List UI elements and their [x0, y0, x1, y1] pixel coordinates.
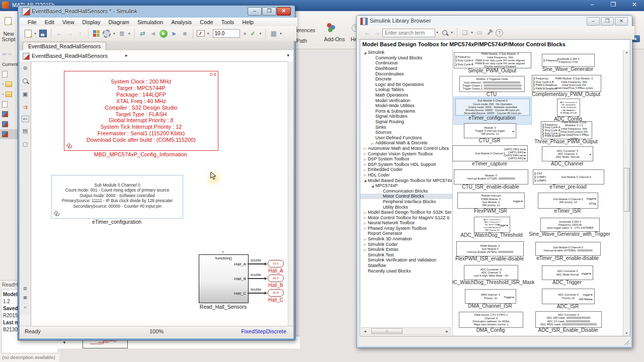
- model-window-titlebar[interactable]: EventBased_ReadHallSensors * - Simulink …: [18, 6, 295, 18]
- tree-item-computer-vision-system-toolbox[interactable]: ▷Computer Vision System Toolbox: [360, 151, 452, 156]
- maximize-icon[interactable]: ❐: [601, 17, 614, 26]
- tree-item-phased-array-system-toolbox[interactable]: ▷Phased Array System Toolbox: [360, 226, 452, 231]
- collapsed-arrow-icon[interactable]: ▷: [362, 226, 368, 230]
- menu-code[interactable]: Code: [196, 19, 217, 25]
- menu-view[interactable]: View: [58, 19, 78, 25]
- tree-item-model-based-design-toolbox-for-s32k-ser[interactable]: ▷Model Based Design Toolbox for S32K Ser: [360, 210, 452, 215]
- tree-item-utility-blocks[interactable]: Utility Blocks: [360, 204, 452, 210]
- collapsed-arrow-icon[interactable]: ▷: [362, 237, 368, 241]
- etimer-config-block[interactable]: Sub Module 0 Channel 0Count mode: 001 - …: [51, 175, 183, 219]
- menu-tools[interactable]: Tools: [217, 19, 238, 25]
- tree-item-sources[interactable]: Sources: [360, 130, 452, 135]
- scrollbar-thumb[interactable]: |||: [371, 328, 403, 334]
- menu-analysis[interactable]: Analysis: [167, 19, 196, 25]
- library-block-flexpwm_isr_enable_disable[interactable]: PWM Module: 0Sub Module 0Interrupt Enabl…: [456, 241, 524, 256]
- model-file-item[interactable]: [0, 119, 18, 129]
- collapsed-arrow-icon[interactable]: ▷: [362, 216, 368, 219]
- maximize-icon[interactable]: ❐: [607, 1, 620, 8]
- settings-icon[interactable]: [102, 29, 112, 38]
- dropdown-arrow-icon[interactable]: ▼: [259, 32, 262, 35]
- library-block-ctu_isr[interactable]: Module: 0Trigger 0 interrupt triggerISR …: [464, 123, 516, 138]
- help-icon[interactable]: ?: [495, 28, 504, 37]
- dropdown-arrow-icon[interactable]: ▼: [113, 32, 116, 35]
- library-block-adc_trigger[interactable]: ADC Converter 0ADC Mode Normaltrigger: [542, 265, 593, 280]
- tree-item-recently-used-blocks[interactable]: Recently Used Blocks: [360, 268, 452, 274]
- tree-item-math-operations[interactable]: Math Operations: [360, 93, 452, 98]
- tree-item-peripheral-interface-blocks[interactable]: Peripheral Interface Blocks: [360, 199, 452, 205]
- library-block-adc_config[interactable]: ADC Converter 0TR: 00000000STR: 00000000…: [557, 99, 580, 117]
- zoom-icon[interactable]: [20, 74, 31, 87]
- new-script-icon[interactable]: [3, 17, 13, 29]
- menu-file[interactable]: File: [24, 19, 41, 25]
- tree-item-discrete[interactable]: Discrete: [360, 76, 452, 82]
- step-back-icon[interactable]: ◀: [148, 29, 158, 38]
- tree-item-neural-network-toolbox[interactable]: ▷Neural Network Toolbox: [360, 220, 452, 226]
- library-block-ctu[interactable]: Module: 0 Triggered modeInput selection:…: [459, 76, 525, 92]
- save-icon[interactable]: [38, 29, 48, 38]
- collapsed-arrow-icon[interactable]: ▷: [362, 168, 368, 171]
- tree-item-report-generator[interactable]: Report Generator: [360, 231, 452, 236]
- new-script-label[interactable]: New Script: [1, 31, 16, 42]
- build-icon[interactable]: ▦: [269, 29, 278, 38]
- menu-diagram[interactable]: Diagram: [104, 19, 133, 25]
- scroll-left-icon[interactable]: ◀: [362, 329, 368, 333]
- folder-item[interactable]: +: [0, 89, 18, 99]
- library-browser-icon[interactable]: [92, 29, 101, 38]
- simulation-display-icon[interactable]: [196, 29, 206, 38]
- library-block-etimer_configuration[interactable]: Sub Module 0 Channel 0Count mode: 000 - …: [455, 99, 530, 116]
- config-info-block[interactable]: 0.6 System Clock : 200 MHzTarget : MPC57…: [64, 71, 218, 151]
- back-icon[interactable]: ←: [54, 29, 64, 38]
- tree-item-stateflow[interactable]: Stateflow: [360, 263, 452, 268]
- tree-item-model-wide-utilities[interactable]: Model-Wide Utilities: [360, 103, 452, 109]
- scrollbar-thumb[interactable]: [624, 168, 630, 212]
- collapsed-arrow-icon[interactable]: ▷: [362, 146, 368, 150]
- new-model-icon[interactable]: [23, 29, 33, 38]
- tree-item-dsp-system-toolbox[interactable]: ▷DSP System Toolbox: [360, 156, 452, 162]
- tree-item-hdl-coder[interactable]: ▷HDL Coder: [360, 172, 452, 178]
- add-ons-button[interactable]: Add-Ons: [324, 36, 345, 42]
- breadcrumb-dropdown-icon[interactable]: ▾: [287, 53, 289, 58]
- scroll-up-icon[interactable]: ▲: [623, 51, 630, 54]
- library-block-etimer_capture[interactable]: Sub Module 0 Channel 0CAPT1 FIFO lenCAPT…: [452, 145, 528, 161]
- forward-icon[interactable]: →: [373, 28, 382, 37]
- minimize-icon[interactable]: –: [586, 1, 599, 8]
- model-canvas[interactable]: 0.6 System Clock : 200 MHzTarget : MPC57…: [31, 61, 288, 326]
- add-ons-icon[interactable]: [326, 23, 336, 33]
- tree-item-simulink-verification-and-validation[interactable]: Simulink Verification and Validation: [360, 257, 452, 263]
- annotation-icon[interactable]: A≡: [22, 116, 29, 122]
- library-block-adc_watchdog_threshold[interactable]: ADC Converter 0ADC Channel 0Up Value 230…: [474, 217, 510, 233]
- file-item[interactable]: [0, 99, 18, 109]
- search-dropdown-icon[interactable]: ▼: [436, 31, 439, 34]
- tree-item-dashboard[interactable]: Dashboard: [360, 66, 452, 71]
- tree-item-motor-control-blocks[interactable]: Motor Control Blocks: [360, 194, 452, 199]
- dropdown-arrow-icon[interactable]: ▼: [470, 31, 473, 34]
- nav-arrows[interactable]: ⇦ ⇨: [0, 49, 18, 59]
- simulation-time-input[interactable]: [213, 29, 240, 38]
- model-file-item[interactable]: [0, 109, 18, 119]
- resize-grip[interactable]: [624, 340, 629, 345]
- tree-item-logic-and-bit-operations[interactable]: Logic and Bit Operations: [360, 82, 452, 87]
- menu-help[interactable]: Help: [238, 19, 258, 25]
- tree-item-simulink-test[interactable]: Simulink Test: [360, 252, 452, 258]
- library-block-simple_pwm_output[interactable]: PWM Module: 0 Sub Module: 0Initial Frequ…: [454, 52, 531, 68]
- back-icon[interactable]: ⊛: [20, 61, 31, 74]
- palette-icon[interactable]: ▢: [20, 137, 31, 150]
- library-block-dma_channel_isr[interactable]: DMA channel: 0Priority: 10Trigger: [465, 289, 516, 304]
- library-block-etimer_isr[interactable]: Sub Module 0 Channel 0ISR priority: 14tr…: [538, 193, 598, 209]
- outport-block[interactable]: 1o:1: [268, 260, 284, 267]
- new-window-icon[interactable]: ❏: [460, 28, 469, 37]
- minimize-icon[interactable]: –: [248, 7, 262, 16]
- library-block-complementary_pwm_output[interactable]: PWM Module: 0 Sub Module: 0Initial Frequ…: [532, 75, 601, 92]
- tree-item-lookup-tables[interactable]: Lookup Tables: [360, 87, 452, 93]
- toolbar-overflow-icon[interactable]: »: [244, 31, 247, 36]
- model-configuration-icon[interactable]: ≣: [117, 29, 127, 38]
- dropdown-arrow-icon[interactable]: ▼: [207, 32, 210, 35]
- tree-item-automotive-math-and-motor-control-libra[interactable]: ▷Automotive Math and Motor Control Libra: [360, 146, 452, 151]
- collapsed-arrow-icon[interactable]: ▷: [362, 157, 368, 161]
- validate-icon[interactable]: ✓: [248, 29, 258, 38]
- library-block-etimer_pre_load[interactable]: Sub Module 0 Channel 0CNTCOMP1COMP2: [533, 169, 604, 185]
- library-block-sine_wave_generator_with_trigger[interactable]: Amplitude 2.264 VFrequency 1000 HzInput …: [540, 218, 600, 232]
- signal-routing-icon[interactable]: ⇉: [20, 101, 31, 114]
- open-library-icon[interactable]: ▭: [475, 28, 484, 37]
- collapsed-arrow-icon[interactable]: ▷: [362, 173, 368, 176]
